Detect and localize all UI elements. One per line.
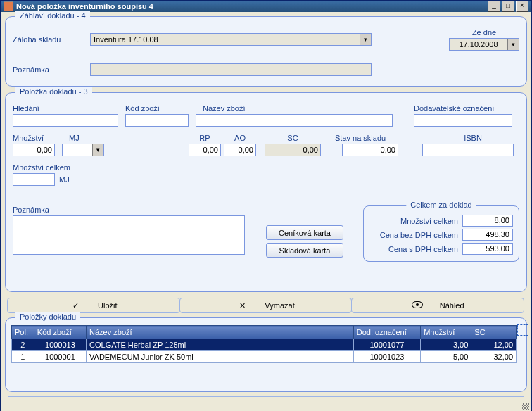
mj-value <box>63 144 92 156</box>
isbn-input[interactable] <box>422 144 514 156</box>
header-row-2: Poznámka <box>13 63 519 76</box>
col-code[interactable]: Kód zboží <box>34 326 86 339</box>
cell: 3,00 <box>421 339 471 351</box>
item-panel: Položka dokladu - 3 Hledání Kód zboží Ná… <box>5 92 527 292</box>
name-label: Název zboží <box>203 104 393 113</box>
qty-input[interactable] <box>13 144 55 156</box>
item-inputs-2 <box>13 144 519 156</box>
item-legend: Položka dokladu - 3 <box>15 87 92 96</box>
resize-corner-highlight <box>517 324 528 336</box>
totals-box: Celkem za doklad Množství celkem 8,00 Ce… <box>363 206 519 262</box>
items-header-row: Pol. Kód zboží Název zboží Dod. označení… <box>12 326 517 339</box>
cell: 10001023 <box>353 351 420 363</box>
code-input[interactable] <box>125 114 189 127</box>
ao-input[interactable] <box>224 144 256 156</box>
mj-select[interactable] <box>62 144 104 156</box>
resize-grip[interactable] <box>522 403 529 410</box>
item-note-input[interactable] <box>13 215 245 255</box>
footer-bar <box>8 396 524 407</box>
col-pol[interactable]: Pol. <box>12 326 34 339</box>
item-note-label: Poznámka <box>13 206 245 214</box>
dropdown-icon[interactable] <box>92 144 103 156</box>
totals-qty-label: Množství celkem <box>400 217 458 225</box>
table-row[interactable]: 11000001VADEMECUM Junior ZK 50ml10001023… <box>12 351 517 363</box>
mj-label: MJ <box>69 134 111 142</box>
supplier-input[interactable] <box>414 114 512 127</box>
date-select[interactable]: 17.10.2008 <box>449 38 519 51</box>
check-icon: ✓ <box>70 301 81 310</box>
item-bottom: Poznámka Ceníková karta Skladová karta C… <box>13 206 519 262</box>
qty-label: Množství <box>13 134 62 142</box>
save-label: Uložit <box>98 301 118 310</box>
price-card-button[interactable]: Ceníková karta <box>266 225 343 240</box>
items-table: Pol. Kód zboží Název zboží Dod. označení… <box>11 325 517 363</box>
date-label: Ze dne <box>449 28 519 37</box>
preview-label: Náhled <box>440 301 464 310</box>
cell: VADEMECUM Junior ZK 50ml <box>87 351 354 363</box>
col-supplier[interactable]: Dod. označení <box>353 326 420 339</box>
totals-priceinc-label: Cena s DPH celkem <box>388 245 458 253</box>
stock-card-button[interactable]: Skladová karta <box>266 243 343 258</box>
item-labels-3: Množství celkem <box>13 163 519 172</box>
window-title: Nová položka inventurního soupisu 4 <box>16 2 488 11</box>
item-labels-1: Hledání Kód zboží Název zboží Dodavatels… <box>13 104 519 113</box>
col-sc[interactable]: SC <box>471 326 517 339</box>
qty-total-input[interactable] <box>13 173 55 186</box>
cell: 2 <box>12 339 34 351</box>
cell: 1000001 <box>34 351 86 363</box>
ao-label: AO <box>222 134 258 142</box>
isbn-label: ISBN <box>438 134 508 142</box>
totals-priceex-label: Cena bez DPH celkem <box>380 231 458 239</box>
col-qty[interactable]: Množství <box>421 326 471 339</box>
code-label: Kód zboží <box>125 104 196 113</box>
sc-label: SC <box>265 134 321 142</box>
window: Nová položka inventurního soupisu 4 _ □ … <box>0 0 532 411</box>
table-row[interactable]: 21000013COLGATE Herbal ZP 125ml100010773… <box>12 339 517 351</box>
cell: 10001077 <box>353 339 420 351</box>
supplier-label: Dodavatelské označení <box>414 104 512 113</box>
items-panel: Položky dokladu Pol. Kód zboží Název zbo… <box>5 317 527 392</box>
header-note-label: Poznámka <box>13 65 90 74</box>
qty-total-label: Množství celkem <box>13 163 83 172</box>
header-legend: Záhlaví dokladu - 4 <box>15 11 90 20</box>
totals-legend: Celkem za doklad <box>406 201 476 209</box>
totals-priceinc-value: 593,00 <box>462 243 513 255</box>
minimize-button[interactable]: _ <box>488 1 500 12</box>
totals-qty-value: 8,00 <box>462 215 513 227</box>
sc-input <box>265 144 321 156</box>
dropdown-icon[interactable] <box>360 34 371 45</box>
cell: 1 <box>12 351 34 363</box>
eye-icon <box>412 301 423 310</box>
name-input[interactable] <box>196 114 393 127</box>
item-inputs-1 <box>13 114 519 127</box>
titlebar: Nová položka inventurního soupisu 4 _ □ … <box>1 1 531 12</box>
stock-label: Stav na skladu <box>335 134 405 142</box>
cell: COLGATE Herbal ZP 125ml <box>87 339 354 351</box>
dropdown-icon[interactable] <box>507 39 519 50</box>
cell: 5,00 <box>421 351 471 363</box>
preview-button[interactable]: Náhled <box>351 298 524 313</box>
date-value: 17.10.2008 <box>450 39 507 50</box>
item-inputs-3: MJ <box>13 173 519 186</box>
search-label: Hledání <box>13 104 118 113</box>
x-icon: ✕ <box>236 301 248 310</box>
header-note-input[interactable] <box>90 63 372 76</box>
clear-button[interactable]: ✕ Vymazat <box>179 298 353 313</box>
rp-input[interactable] <box>189 144 221 156</box>
action-bar: ✓ Uložit ✕ Vymazat Náhled <box>8 298 524 313</box>
header-row-1: Záloha skladu Inventura 17.10.08 Ze dne … <box>13 28 519 51</box>
storage-backup-value: Inventura 17.10.08 <box>91 34 360 45</box>
cell: 1000013 <box>34 339 86 351</box>
storage-backup-select[interactable]: Inventura 17.10.08 <box>90 33 372 46</box>
stock-input[interactable] <box>342 144 398 156</box>
storage-backup-label: Záloha skladu <box>13 35 90 44</box>
search-input[interactable] <box>13 114 118 127</box>
client-area: Záhlaví dokladu - 4 Záloha skladu Invent… <box>1 12 531 411</box>
header-panel: Záhlaví dokladu - 4 Záloha skladu Invent… <box>5 16 527 87</box>
col-name[interactable]: Název zboží <box>87 326 354 339</box>
close-button[interactable]: × <box>516 1 528 12</box>
save-button[interactable]: ✓ Uložit <box>7 298 180 313</box>
items-legend: Položky dokladu <box>15 312 80 321</box>
maximize-button[interactable]: □ <box>502 1 514 12</box>
cell: 12,00 <box>471 339 517 351</box>
